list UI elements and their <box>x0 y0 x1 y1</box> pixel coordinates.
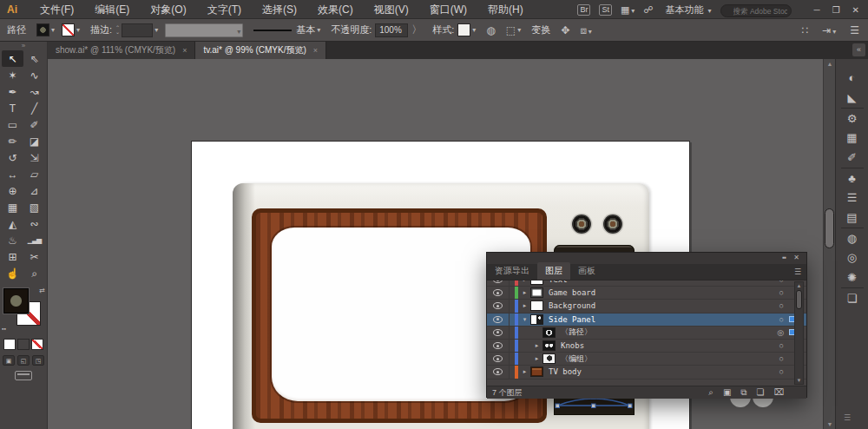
paintbrush-tool-button[interactable]: ✐ <box>23 116 45 133</box>
target-circle-icon[interactable]: ○ <box>779 280 784 284</box>
panel-scrollbar[interactable]: ▲ ▼ <box>794 281 804 385</box>
expand-arrow-icon[interactable]: ▸ <box>519 289 530 296</box>
visibility-toggle[interactable] <box>487 300 510 312</box>
menu-item[interactable]: 文件(F) <box>30 0 84 19</box>
chevron-down-icon[interactable]: ▾ <box>517 26 521 34</box>
layer-row[interactable]: ▸ Knobs ○ <box>487 340 806 353</box>
menu-item[interactable]: 对象(O) <box>140 0 196 19</box>
draw-normal-button[interactable]: ▣ <box>3 355 15 366</box>
bridge-icon[interactable]: Br <box>577 4 590 16</box>
menu-item[interactable]: 编辑(E) <box>84 0 140 19</box>
target-circle-icon[interactable]: ○ <box>779 301 784 310</box>
type-tool-button[interactable]: T <box>2 100 23 116</box>
chevron-down-icon[interactable]: ▾ <box>51 26 55 34</box>
workspace-switcher[interactable]: 基本功能 ▾ <box>665 3 711 16</box>
menu-item[interactable]: 选择(S) <box>252 0 307 19</box>
target-circle-icon[interactable]: ○ <box>779 341 784 350</box>
close-tab-icon[interactable]: × <box>313 46 318 55</box>
arrange-documents-icon[interactable]: ▦▾ <box>621 4 635 16</box>
fill-swatch[interactable] <box>3 288 29 314</box>
layer-row[interactable]: ▸ TV body ○ <box>487 366 806 379</box>
stroke-weight-field[interactable] <box>122 23 153 37</box>
graphic-style-swatch[interactable] <box>457 23 470 36</box>
stock-icon[interactable]: St <box>599 4 612 16</box>
eyedropper-tool-button[interactable]: ◭ <box>2 215 23 232</box>
target-circle-icon[interactable]: ○ <box>779 315 784 324</box>
fill-color-swatch[interactable] <box>36 23 49 36</box>
collapse-panel-icon[interactable]: ▪▪ <box>782 254 786 261</box>
document-tab[interactable]: tv.ai* @ 99% (CMYK/预览) × <box>195 42 326 59</box>
layer-name[interactable]: Game board <box>549 288 595 297</box>
shape-builder-tool-button[interactable]: ⊕ <box>2 182 23 199</box>
visibility-toggle[interactable] <box>487 366 510 378</box>
perspective-grid-tool-button[interactable]: ⊿ <box>23 182 45 199</box>
chevron-down-icon[interactable]: ▾ <box>472 26 476 34</box>
opacity-field[interactable]: 100% <box>375 23 408 37</box>
swap-fill-stroke-icon[interactable]: ⇄ <box>39 287 45 294</box>
panel-tab[interactable]: 图层 <box>537 262 570 280</box>
select-similar-icon[interactable]: ⬚ <box>506 24 516 36</box>
dock-expand-icon[interactable]: « <box>852 43 865 56</box>
draw-inside-button[interactable]: ◳ <box>32 355 44 366</box>
close-tab-icon[interactable]: × <box>182 46 187 55</box>
blend-tool-button[interactable]: ∾ <box>23 215 45 232</box>
visibility-toggle[interactable] <box>487 340 510 352</box>
lasso-tool-button[interactable]: ∿ <box>23 67 45 83</box>
column-graph-tool-button[interactable]: ▁▃▅ <box>23 232 45 248</box>
color-guide-panel-icon[interactable]: ◣ <box>841 88 864 108</box>
panel-menu-icon[interactable]: ☰ <box>794 267 801 276</box>
brush-definition-label[interactable]: 基本 <box>296 23 315 36</box>
target-circle-icon[interactable]: ○ <box>779 354 784 363</box>
share-icon[interactable]: ☍ <box>643 4 653 16</box>
expand-arrow-icon[interactable]: ▸ <box>531 355 542 362</box>
layer-row[interactable]: ▸ Game board ○ <box>487 287 806 300</box>
stroke-panel-icon[interactable]: ☰ <box>841 188 864 208</box>
eraser-tool-button[interactable]: ◪ <box>23 133 45 149</box>
line-segment-tool-button[interactable]: ╱ <box>23 100 45 116</box>
minimize-button[interactable]: ─ <box>814 5 820 15</box>
menu-item[interactable]: 窗口(W) <box>419 0 477 19</box>
close-button[interactable]: ✕ <box>852 5 859 15</box>
align-panel-icon[interactable]: ⇥▾ <box>822 24 836 36</box>
target-circle-icon[interactable]: ◎ <box>777 328 784 337</box>
artboard-grid-icon[interactable]: ∷ <box>802 24 809 36</box>
zoom-tool-button[interactable]: ⌕ <box>23 265 45 281</box>
menu-item[interactable]: 视图(V) <box>364 0 419 19</box>
chevron-down-icon[interactable]: ▾ <box>76 26 80 34</box>
rotate-tool-button[interactable]: ↺ <box>2 149 23 166</box>
target-circle-icon[interactable]: ○ <box>779 367 784 376</box>
color-themes-panel-icon[interactable]: ⚙ <box>841 108 864 128</box>
expand-arrow-icon[interactable]: ▸ <box>531 342 542 349</box>
close-panel-icon[interactable]: ✕ <box>793 254 799 261</box>
layer-row[interactable]: ▸ Text ○ <box>487 280 806 287</box>
expand-arrow-icon[interactable]: ▸ <box>519 368 530 375</box>
recolor-artwork-icon[interactable]: ◍ <box>486 24 495 36</box>
scrollbar-thumb[interactable] <box>825 208 834 248</box>
gradient-button[interactable] <box>17 339 30 350</box>
stroke-color-swatch[interactable] <box>62 23 75 36</box>
restore-button[interactable]: ❐ <box>832 5 840 15</box>
toolbar-collapse-icon[interactable]: » <box>0 42 47 50</box>
opacity-panel-arrow[interactable]: 〉 <box>411 23 422 37</box>
control-panel-menu-icon[interactable]: ☰ <box>850 24 859 36</box>
slice-tool-button[interactable]: ✂ <box>23 248 45 265</box>
shaper-tool-button[interactable]: ✏ <box>2 133 23 149</box>
scrollbar-thumb[interactable] <box>796 290 802 309</box>
gradient-panel-icon[interactable]: ▤ <box>841 208 864 228</box>
new-layer-icon[interactable]: ❏ <box>757 387 765 398</box>
default-fill-stroke-icon[interactable]: ▪▪ <box>2 326 6 332</box>
none-button[interactable] <box>31 339 43 350</box>
menu-item[interactable]: 文字(T) <box>197 0 252 19</box>
layer-row[interactable]: ▸ Background ○ <box>487 300 806 313</box>
document-tab[interactable]: show.ai* @ 111% (CMYK/预览) × <box>48 42 195 59</box>
pen-tool-button[interactable]: ✒ <box>2 83 23 100</box>
layer-name[interactable]: TV body <box>549 367 582 376</box>
scale-tool-button[interactable]: ⇲ <box>23 149 45 166</box>
rectangle-tool-button[interactable]: ▭ <box>2 116 23 133</box>
tv-knob-shape[interactable] <box>603 214 622 234</box>
scroll-down-icon[interactable]: ▼ <box>824 421 836 427</box>
layer-row[interactable]: ▸ 〈编组〉 ○ <box>487 353 806 366</box>
artboard-tool-button[interactable]: ⊞ <box>2 248 23 265</box>
visibility-toggle[interactable] <box>487 287 510 299</box>
panel-tab[interactable]: 画板 <box>570 262 603 280</box>
